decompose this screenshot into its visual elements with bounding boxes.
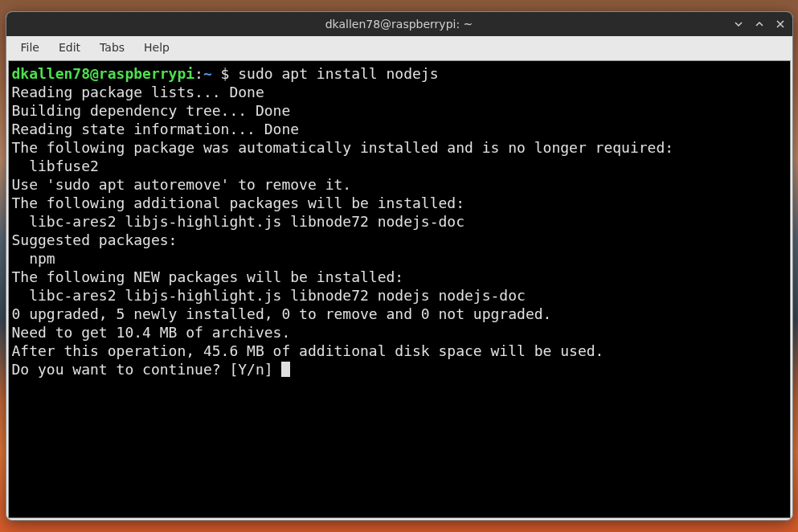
menu-tabs[interactable]: Tabs [92, 39, 133, 56]
prompt-path: ~ [203, 65, 212, 82]
output-line: Reading package lists... Done [12, 83, 787, 101]
output-line: The following package was automatically … [12, 138, 787, 157]
output-line: 0 upgraded, 5 newly installed, 0 to remo… [12, 305, 787, 323]
window-title: dkallen78@raspberrypi: ~ [325, 18, 473, 31]
window-controls [733, 12, 786, 36]
prompt-line: dkallen78@raspberrypi:~ $ sudo apt insta… [12, 64, 787, 83]
menu-file[interactable]: File [13, 39, 47, 56]
output-line: The following additional packages will b… [12, 194, 787, 212]
prompt-dollar: $ [212, 65, 239, 82]
output-line: libfuse2 [12, 157, 787, 175]
output-line: npm [12, 249, 787, 268]
output-line: Use 'sudo apt autoremove' to remove it. [12, 175, 787, 194]
output-line: Suggested packages: [12, 231, 787, 249]
output-line: Need to get 10.4 MB of archives. [12, 323, 787, 342]
output-line: Reading state information... Done [12, 120, 787, 138]
maximize-icon[interactable] [754, 18, 765, 30]
prompt-user-host: dkallen78@raspberrypi [12, 65, 195, 82]
continue-prompt: Do you want to continue? [Y/n] [12, 361, 282, 378]
prompt-command: sudo apt install nodejs [238, 65, 438, 82]
output-line: libc-ares2 libjs-highlight.js libnode72 … [12, 212, 787, 231]
terminal-pane[interactable]: dkallen78@raspberrypi:~ $ sudo apt insta… [8, 60, 791, 518]
output-line: The following NEW packages will be insta… [12, 268, 787, 286]
titlebar[interactable]: dkallen78@raspberrypi: ~ [6, 12, 792, 36]
output-line: Building dependency tree... Done [12, 101, 787, 120]
menubar: File Edit Tabs Help [6, 36, 792, 59]
output-line: libc-ares2 libjs-highlight.js libnode72 … [12, 286, 787, 305]
close-icon[interactable] [775, 18, 786, 30]
prompt-separator: : [194, 65, 203, 82]
output-prompt-line: Do you want to continue? [Y/n] [12, 360, 787, 379]
menu-edit[interactable]: Edit [51, 39, 88, 56]
output-line: After this operation, 45.6 MB of additio… [12, 342, 787, 360]
cursor-icon [281, 362, 290, 377]
minimize-icon[interactable] [733, 18, 744, 30]
menu-help[interactable]: Help [136, 39, 178, 56]
terminal-window: dkallen78@raspberrypi: ~ File Edit Tabs … [6, 11, 793, 521]
